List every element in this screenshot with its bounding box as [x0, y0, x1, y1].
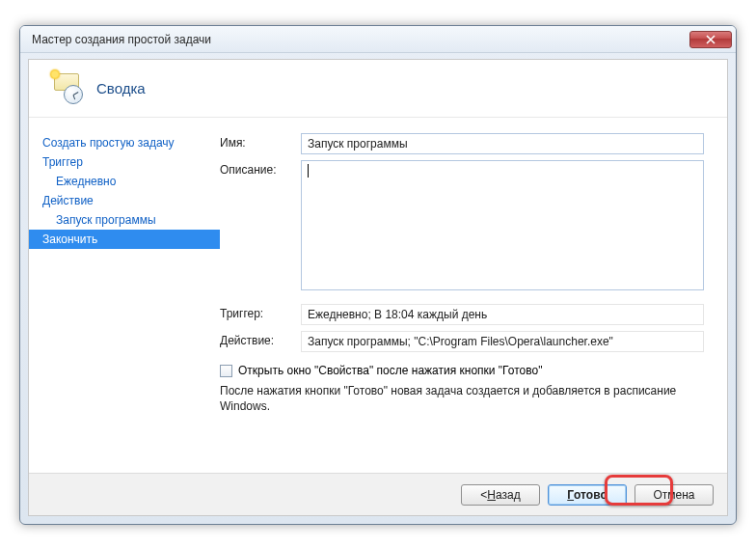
close-icon — [706, 35, 716, 44]
back-button[interactable]: < Назад — [461, 484, 540, 506]
wizard-window: Мастер создания простой задачи Сводка Со… — [19, 25, 737, 525]
page-title: Сводка — [96, 80, 146, 96]
name-input[interactable] — [301, 133, 704, 154]
titlebar: Мастер создания простой задачи — [20, 26, 736, 53]
window-title: Мастер создания простой задачи — [32, 33, 689, 46]
open-properties-checkbox[interactable] — [220, 365, 232, 377]
client-area: Сводка Создать простую задачу Триггер Еж… — [28, 59, 728, 516]
wizard-steps-sidebar: Создать простую задачу Триггер Ежедневно… — [29, 118, 220, 473]
sidebar-item-start-program[interactable]: Запуск программы — [29, 210, 220, 230]
text-caret — [308, 164, 309, 178]
open-properties-label: Открыть окно "Свойства" после нажатия кн… — [238, 364, 542, 377]
action-label: Действие: — [220, 331, 301, 352]
sidebar-item-daily[interactable]: Ежедневно — [29, 172, 220, 191]
summary-content: Имя: Описание: Триггер: Ежедневно; В 18:… — [220, 118, 727, 473]
name-label: Имя: — [220, 133, 301, 154]
sidebar-item-trigger[interactable]: Триггер — [29, 152, 220, 172]
sidebar-item-create-task[interactable]: Создать простую задачу — [29, 133, 220, 152]
action-value: Запуск программы; "C:\Program Files\Oper… — [301, 331, 704, 352]
sidebar-item-finish[interactable]: Закончить — [29, 230, 220, 249]
sidebar-item-action[interactable]: Действие — [29, 191, 220, 210]
button-bar: < Назад Готово Отмена — [29, 473, 727, 515]
open-properties-checkbox-row[interactable]: Открыть окно "Свойства" после нажатия кн… — [220, 364, 704, 377]
close-button[interactable] — [689, 31, 732, 48]
wizard-header: Сводка — [29, 60, 727, 118]
description-label: Описание: — [220, 160, 301, 290]
trigger-value: Ежедневно; В 18:04 каждый день — [301, 304, 704, 325]
finish-button[interactable]: Готово — [548, 484, 627, 506]
cancel-button[interactable]: Отмена — [634, 484, 714, 506]
task-scheduler-icon — [52, 73, 83, 104]
description-textarea[interactable] — [302, 161, 703, 287]
finish-hint: После нажатия кнопки "Готово" новая зада… — [220, 383, 704, 414]
trigger-label: Триггер: — [220, 304, 301, 325]
